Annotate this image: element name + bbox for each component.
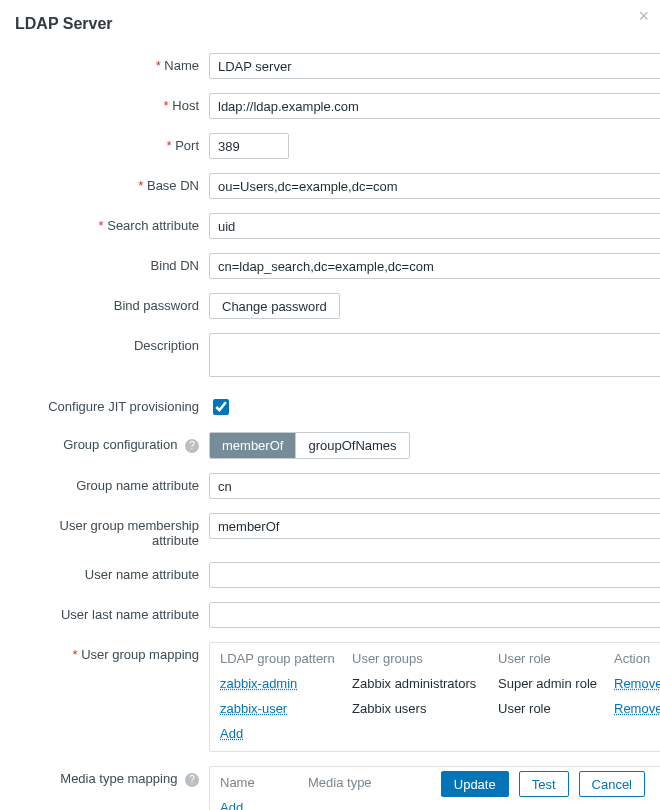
ugm-attr-input[interactable] [209, 513, 660, 539]
label-group-conf-text: Group configuration [63, 437, 177, 452]
mtm-add-link[interactable]: Add [220, 800, 243, 810]
host-input[interactable] [209, 93, 660, 119]
user-group-mapping-box: LDAP group pattern User groups User role… [209, 642, 660, 752]
label-base-dn: Base DN [15, 173, 199, 193]
ugm-hdr-pattern: LDAP group pattern [220, 651, 346, 666]
port-input[interactable] [209, 133, 289, 159]
test-button[interactable]: Test [519, 771, 569, 797]
label-user-name-attr: User name attribute [15, 562, 199, 582]
dialog-footer: Update Test Cancel [441, 771, 645, 797]
ldap-server-dialog: LDAP Server × Name Host Port Base DN Sea… [0, 0, 660, 810]
mtm-hdr-media-type: Media type [308, 775, 448, 790]
ugm-row-role: Super admin role [498, 676, 608, 691]
ugm-row-pattern[interactable]: zabbix-user [220, 701, 287, 716]
label-port: Port [15, 133, 199, 153]
update-button[interactable]: Update [441, 771, 509, 797]
mtm-hdr-name: Name [220, 775, 302, 790]
help-icon[interactable]: ? [185, 773, 199, 787]
base-dn-input[interactable] [209, 173, 660, 199]
label-description: Description [15, 333, 199, 353]
search-attr-input[interactable] [209, 213, 660, 239]
ldap-form: Name Host Port Base DN Search attribute … [15, 53, 645, 810]
ugm-row-remove[interactable]: Remove [614, 701, 660, 716]
description-input[interactable] [209, 333, 660, 377]
user-name-attr-input[interactable] [209, 562, 660, 588]
ugm-row-groups: Zabbix administrators [352, 676, 492, 691]
group-conf-memberof[interactable]: memberOf [210, 433, 295, 458]
group-name-attr-input[interactable] [209, 473, 660, 499]
ugm-row-pattern[interactable]: zabbix-admin [220, 676, 297, 691]
ugm-row-role: User role [498, 701, 608, 716]
label-user-group-mapping: User group mapping [15, 642, 199, 662]
close-icon[interactable]: × [638, 7, 649, 25]
ugm-row-groups: Zabbix users [352, 701, 492, 716]
user-last-name-attr-input[interactable] [209, 602, 660, 628]
ugm-hdr-action: Action [614, 651, 660, 666]
label-jit: Configure JIT provisioning [15, 394, 199, 414]
change-password-button[interactable]: Change password [209, 293, 340, 319]
help-icon[interactable]: ? [185, 439, 199, 453]
ugm-hdr-groups: User groups [352, 651, 492, 666]
label-group-conf: Group configuration ? [15, 432, 199, 453]
dialog-title: LDAP Server [15, 15, 645, 33]
label-ugm-attr: User group membership attribute [15, 513, 199, 548]
ugm-hdr-role: User role [498, 651, 608, 666]
group-conf-segmented: memberOf groupOfNames [209, 432, 410, 459]
jit-checkbox[interactable] [213, 399, 229, 415]
label-name: Name [15, 53, 199, 73]
ugm-add-link[interactable]: Add [220, 726, 243, 741]
label-group-name-attr: Group name attribute [15, 473, 199, 493]
bind-dn-input[interactable] [209, 253, 660, 279]
label-search-attr: Search attribute [15, 213, 199, 233]
label-media-type-mapping-text: Media type mapping [60, 771, 177, 786]
label-user-last-name-attr: User last name attribute [15, 602, 199, 622]
label-media-type-mapping: Media type mapping ? [15, 766, 199, 787]
label-host: Host [15, 93, 199, 113]
ugm-row-remove[interactable]: Remove [614, 676, 660, 691]
label-bind-password: Bind password [15, 293, 199, 313]
cancel-button[interactable]: Cancel [579, 771, 645, 797]
group-conf-groupofnames[interactable]: groupOfNames [295, 433, 408, 458]
user-group-mapping-grid: LDAP group pattern User groups User role… [220, 651, 660, 741]
label-bind-dn: Bind DN [15, 253, 199, 273]
name-input[interactable] [209, 53, 660, 79]
